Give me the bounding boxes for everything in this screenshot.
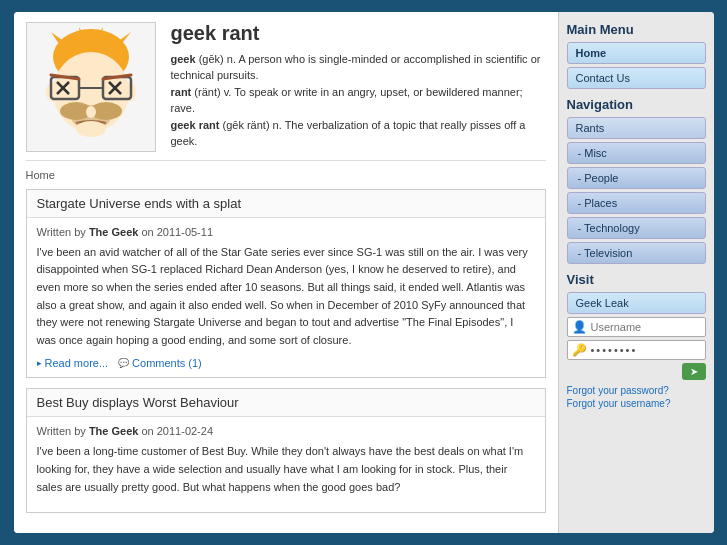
password-input[interactable]	[591, 344, 701, 356]
breadcrumb: Home	[26, 169, 546, 181]
contact-us-button[interactable]: Contact Us	[567, 67, 706, 89]
main-content: geek rant geek (gēk) n. A person who is …	[14, 12, 559, 533]
svg-point-21	[76, 121, 106, 137]
site-title: geek rant	[171, 22, 546, 45]
article-footer: Read more... Comments (1)	[37, 357, 535, 369]
article-author: The Geek	[89, 226, 139, 238]
login-btn-row	[567, 363, 706, 380]
forgot-password-link[interactable]: Forgot your password?	[567, 385, 706, 396]
article-meta-2: Written by The Geek on 2011-02-24	[37, 425, 535, 437]
article-text-2: I've been a long-time customer of Best B…	[37, 443, 535, 496]
geek-leak-button[interactable]: Geek Leak	[567, 292, 706, 314]
home-button[interactable]: Home	[567, 42, 706, 64]
def-rant-label: rant	[171, 86, 192, 98]
forgot-username-link[interactable]: Forgot your username?	[567, 398, 706, 409]
username-input[interactable]	[591, 321, 701, 333]
article-body-2: Written by The Geek on 2011-02-24 I've b…	[27, 417, 545, 512]
header-text: geek rant geek (gēk) n. A person who is …	[171, 22, 546, 150]
site-header: geek rant geek (gēk) n. A person who is …	[26, 22, 546, 161]
comments-link[interactable]: Comments (1)	[118, 357, 202, 369]
article-author-2: The Geek	[89, 425, 139, 437]
nav-misc-button[interactable]: - Misc	[567, 142, 706, 164]
login-button[interactable]	[682, 363, 706, 380]
password-input-wrapper: 🔑	[567, 340, 706, 360]
visit-title: Visit	[567, 272, 706, 287]
page-wrapper: geek rant geek (gēk) n. A person who is …	[14, 12, 714, 533]
sidebar: Main Menu Home Contact Us Navigation Ran…	[559, 12, 714, 533]
avatar	[26, 22, 156, 152]
user-icon: 👤	[572, 320, 587, 334]
nav-people-button[interactable]: - People	[567, 167, 706, 189]
article-title-2: Best Buy displays Worst Behaviour	[27, 389, 545, 417]
navigation-title: Navigation	[567, 97, 706, 112]
nav-places-button[interactable]: - Places	[567, 192, 706, 214]
def-geekrant-label: geek rant	[171, 119, 220, 131]
article-meta: Written by The Geek on 2011-05-11	[37, 226, 535, 238]
def-geek-label: geek	[171, 53, 196, 65]
nav-television-button[interactable]: - Television	[567, 242, 706, 264]
article-card-2: Best Buy displays Worst Behaviour Writte…	[26, 388, 546, 513]
article-card: Stargate Universe ends with a splat Writ…	[26, 189, 546, 379]
key-icon: 🔑	[572, 343, 587, 357]
main-menu-title: Main Menu	[567, 22, 706, 37]
article-text: I've been an avid watcher of all of the …	[37, 244, 535, 350]
article-body: Written by The Geek on 2011-05-11 I've b…	[27, 218, 545, 378]
nav-rants-button[interactable]: Rants	[567, 117, 706, 139]
username-input-wrapper: 👤	[567, 317, 706, 337]
definition-text: geek (gēk) n. A person who is single-min…	[171, 51, 546, 150]
article-title: Stargate Universe ends with a splat	[27, 190, 545, 218]
read-more-link[interactable]: Read more...	[37, 357, 109, 369]
nav-technology-button[interactable]: - Technology	[567, 217, 706, 239]
svg-point-20	[86, 106, 96, 118]
